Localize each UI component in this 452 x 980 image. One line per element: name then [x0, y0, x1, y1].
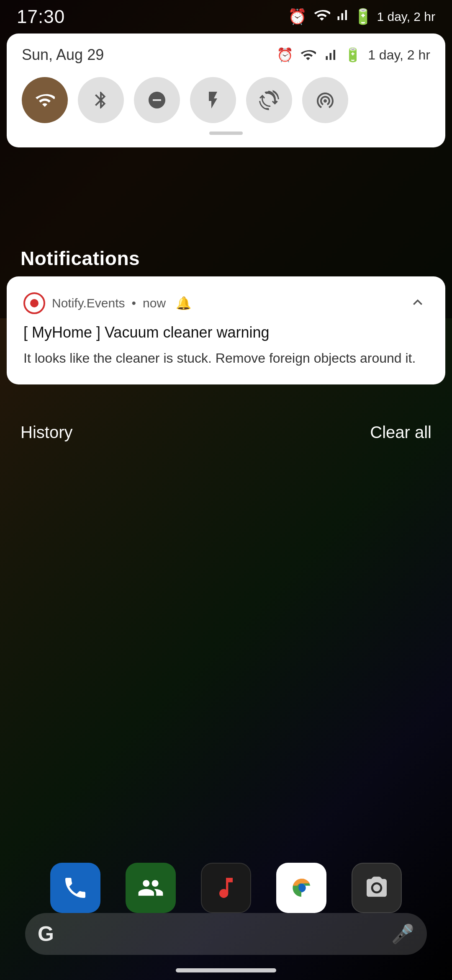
qs-toggles: [22, 77, 430, 123]
notify-events-icon: [23, 292, 45, 314]
home-indicator: [176, 968, 276, 972]
battery-text: 1 day, 2 hr: [377, 10, 435, 24]
dock-camera-icon[interactable]: [352, 863, 402, 913]
flashlight-toggle[interactable]: [190, 77, 236, 123]
notif-bell-icon: 🔔: [176, 296, 191, 310]
history-clearall-row: History Clear all: [21, 423, 431, 442]
bottom-dock: [0, 863, 452, 913]
history-button[interactable]: History: [21, 423, 72, 442]
qs-battery-text: 1 day, 2 hr: [368, 47, 430, 63]
qs-battery-icon: 🔋: [344, 47, 361, 63]
notif-title: [ MyHome ] Vacuum cleaner warning: [23, 323, 429, 343]
dnd-toggle[interactable]: [134, 77, 180, 123]
qs-date: Sun, Aug 29: [22, 46, 104, 64]
qs-alarm-icon: ⏰: [277, 47, 293, 63]
search-bar[interactable]: G 🎤: [25, 913, 427, 955]
clear-all-button[interactable]: Clear all: [370, 423, 431, 442]
notif-header: Notify.Events • now 🔔: [23, 291, 429, 315]
status-time: 17:30: [17, 6, 65, 27]
wifi-status-icon: [313, 7, 330, 27]
notif-app-name: Notify.Events: [52, 296, 125, 310]
dock-social-icon[interactable]: [126, 863, 176, 913]
google-mic-icon[interactable]: 🎤: [391, 923, 414, 945]
bluetooth-toggle[interactable]: [78, 77, 124, 123]
qs-wifi-icon: [300, 47, 316, 63]
qs-signal-icon: [323, 47, 338, 62]
quick-settings-panel: Sun, Aug 29 ⏰ 🔋 1 day, 2 hr: [7, 34, 445, 147]
dock-phone-icon[interactable]: [50, 863, 100, 913]
notification-card: Notify.Events • now 🔔 [ MyHome ] Vacuum …: [7, 276, 445, 384]
signal-icon: [334, 8, 349, 26]
notif-expand-button[interactable]: [407, 291, 429, 315]
wifi-toggle[interactable]: [22, 77, 68, 123]
notif-separator: •: [132, 296, 136, 310]
google-g-icon: G: [38, 922, 54, 946]
dock-chrome-icon[interactable]: [276, 863, 326, 913]
svg-point-1: [30, 299, 39, 307]
battery-icon: 🔋: [354, 8, 372, 26]
notif-time: now: [143, 296, 166, 310]
notif-body: It looks like the cleaner is stuck. Remo…: [23, 348, 429, 368]
drag-handle: [22, 132, 430, 135]
notif-header-left: Notify.Events • now 🔔: [23, 292, 191, 314]
hotspot-toggle[interactable]: [302, 77, 348, 123]
qs-status-icons: ⏰ 🔋 1 day, 2 hr: [277, 47, 430, 63]
autorotate-toggle[interactable]: [246, 77, 292, 123]
status-bar: 17:30 ⏰ 🔋 1 day, 2 hr: [0, 0, 452, 34]
alarm-icon: ⏰: [288, 8, 307, 26]
dock-music-icon[interactable]: [201, 863, 251, 913]
notifications-section-label: Notifications: [21, 247, 140, 270]
